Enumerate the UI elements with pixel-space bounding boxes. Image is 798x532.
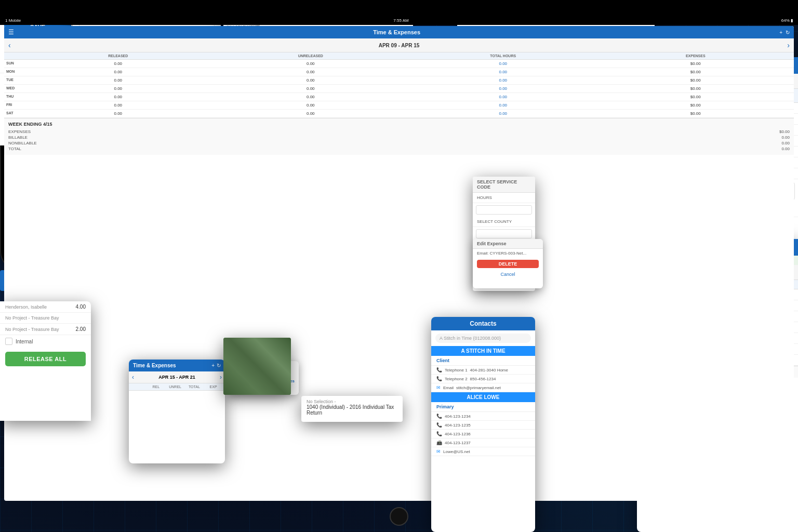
phone-row-sat: SAT 0.00 0.00 0.00 $0.00: [4, 110, 794, 118]
contacts-right-search[interactable]: A Stitch in Time (012008.000): [435, 334, 531, 343]
cr-c2email-value: Lowe@US.net: [443, 449, 470, 454]
ts-prev-arrow[interactable]: ‹: [132, 374, 134, 381]
cr-c2phone1-value: 404-123-1234: [445, 414, 471, 419]
cr-phone2-label: Telephone 2: [445, 377, 468, 381]
p-day-wed: WED: [6, 86, 22, 91]
phone-nonbill-label: NONBILLABLE: [8, 141, 37, 145]
tb-label1: Henderson, Isabelle: [5, 304, 47, 310]
p-sat-unrel: 0.00: [215, 111, 407, 116]
phone-app-title: Time & Expenses: [373, 29, 420, 35]
cr-c2phone3-row: 📞 404-123-1236: [431, 430, 535, 438]
delete-button[interactable]: DELETE: [477, 260, 539, 268]
phone-row-wed: WED 0.00 0.00 0.00 $0.00: [4, 85, 794, 93]
phone-row-tue: TUE 0.00 0.00 0.00 $0.00: [4, 76, 794, 85]
edit-expense-popup: Edit Expense Email: CYYERS-003-Net... DE…: [473, 239, 543, 288]
ts-table-header: REL UNREL TOTAL EXP: [129, 383, 225, 391]
tb-label2: No Project - Treasure Bay: [5, 315, 59, 321]
time-small-title: Time & Expenses: [133, 363, 176, 368]
phone-add-icon[interactable]: +: [779, 30, 782, 35]
internal-checkbox2[interactable]: [5, 338, 12, 345]
hours-input[interactable]: [476, 205, 532, 215]
time-text: 7:55 AM: [393, 18, 408, 23]
p-mon-rel: 0.00: [22, 70, 215, 74]
ts-th-rel: REL: [147, 385, 166, 389]
phone-nonbill-value: 0.00: [781, 141, 790, 145]
phone-nonbillable-row: NONBILLABLE 0.00: [8, 140, 790, 146]
cr-c2phone1-row: 📞 404-123-1234: [431, 412, 535, 421]
cr-phone-icon1: 📞: [436, 367, 442, 373]
county-input[interactable]: [476, 229, 532, 238]
ts-add-icon[interactable]: +: [211, 363, 215, 368]
time-small-header: Time & Expenses + ↻: [129, 360, 225, 371]
tb-value1: 4.00: [76, 304, 86, 310]
p-tue-rel: 0.00: [22, 78, 215, 83]
edit-expense-field: Email: CYYERS-003-Net...: [473, 249, 543, 258]
tb-row3: No Project - Treasure Bay 2.00: [0, 324, 91, 335]
p-tue-total: 0.00: [407, 78, 600, 83]
satellite-content: [223, 338, 291, 395]
ts-th-exp: EXP: [204, 385, 223, 389]
client-section: A STITCH IN TIME: [431, 346, 535, 356]
ts-refresh-icon[interactable]: ↻: [217, 363, 221, 368]
p-fri-rel: 0.00: [22, 103, 215, 108]
time-small-actions: + ↻: [211, 363, 221, 368]
p-fri-total: 0.00: [407, 103, 600, 108]
phone-prev-arrow[interactable]: ‹: [8, 41, 11, 49]
time-entries-bottom: Henderson, Isabelle 4.00 No Project - Tr…: [0, 301, 91, 421]
client-type: Client: [431, 356, 535, 366]
contacts-right-panel: Contacts A Stitch in Time (012008.000) A…: [431, 317, 535, 532]
carrier-text: 1 Mobile: [5, 18, 21, 23]
cr-c2phone3-value: 404-123-1236: [445, 432, 471, 436]
phone-total-row: TOTAL 0.00: [8, 146, 790, 152]
phone-home-button[interactable]: [390, 507, 408, 526]
p-fri-unrel: 0.00: [215, 103, 407, 108]
main-phone: 1 Mobile 7:55 AM 64% ▮ ☰ Time & Expenses…: [0, 0, 125, 270]
ph-col-released: RELEASED: [22, 54, 215, 58]
tb-row2: No Project - Treasure Bay: [0, 313, 91, 324]
tb-value3: 2.00: [76, 326, 86, 332]
phone-menu-icon[interactable]: ☰: [8, 29, 14, 36]
ph-col-unreleased: UNRELEASED: [215, 54, 407, 58]
ph-col-expenses: EXPENSES: [600, 54, 792, 58]
tb-label3: No Project - Treasure Bay: [5, 327, 59, 332]
cr-phone2-row: 📞 Telephone 2 850-456-1234: [431, 375, 535, 383]
phone-row-mon: MON 0.00 0.00 0.00 $0.00: [4, 68, 794, 76]
cr-email-icon: ✉: [436, 385, 441, 390]
cr-c2fax-row: 📠 404-123-1237: [431, 438, 535, 447]
phone-notch: [378, 6, 420, 16]
cr-c2phone-icon1: 📞: [436, 414, 442, 419]
cr-fax-icon: 📠: [436, 440, 442, 445]
phone-screen: ☰ Time & Expenses + ↻ ‹ APR 09 - APR 15 …: [4, 26, 794, 501]
cr-phone-icon2: 📞: [436, 376, 442, 381]
contact2-type: Primary: [431, 402, 535, 412]
p-mon-total: 0.00: [407, 70, 600, 74]
cr-email-label: Email: [443, 385, 454, 390]
tb-internal-row: Internal: [0, 335, 91, 348]
p-sun-unrel: 0.00: [215, 61, 407, 66]
p-thu-exp: $0.00: [600, 95, 792, 99]
p-wed-unrel: 0.00: [215, 86, 407, 91]
p-wed-rel: 0.00: [22, 86, 215, 91]
time-small-panel: Time & Expenses + ↻ ‹ APR 15 - APR 21 › …: [129, 360, 225, 463]
cr-phone1-row: 📞 Telephone 1 404-281-3040 Home: [431, 366, 535, 375]
ts-next-arrow[interactable]: ›: [220, 374, 222, 381]
release-all-button[interactable]: RELEASE ALL: [5, 352, 86, 366]
phone-row-fri: FRI 0.00 0.00 0.00 $0.00: [4, 101, 794, 110]
phone-next-arrow[interactable]: ›: [787, 41, 790, 49]
phone-total-value: 0.00: [781, 147, 790, 151]
cr-email-value: stitch@primaryemail.net: [456, 385, 501, 390]
cr-c2phone2-value: 404-123-1235: [445, 423, 471, 428]
tax-label: No Selection -: [307, 399, 397, 404]
ts-date-range: APR 15 - APR 21: [158, 375, 195, 380]
p-tue-exp: $0.00: [600, 78, 792, 83]
internal-label2: Internal: [16, 339, 33, 344]
p-sat-rel: 0.00: [22, 111, 215, 116]
p-sun-rel: 0.00: [22, 61, 215, 66]
expense-cancel-button[interactable]: Cancel: [473, 270, 543, 278]
phone-row-sun: SUN 0.00 0.00 0.00 $0.00: [4, 60, 794, 68]
phone-refresh-icon[interactable]: ↻: [786, 30, 790, 35]
p-thu-unrel: 0.00: [215, 95, 407, 99]
service-header: SELECT SERVICE CODE: [473, 177, 535, 193]
phone-date-range: APR 09 - APR 15: [379, 43, 420, 48]
p-day-sun: SUN: [6, 61, 22, 66]
